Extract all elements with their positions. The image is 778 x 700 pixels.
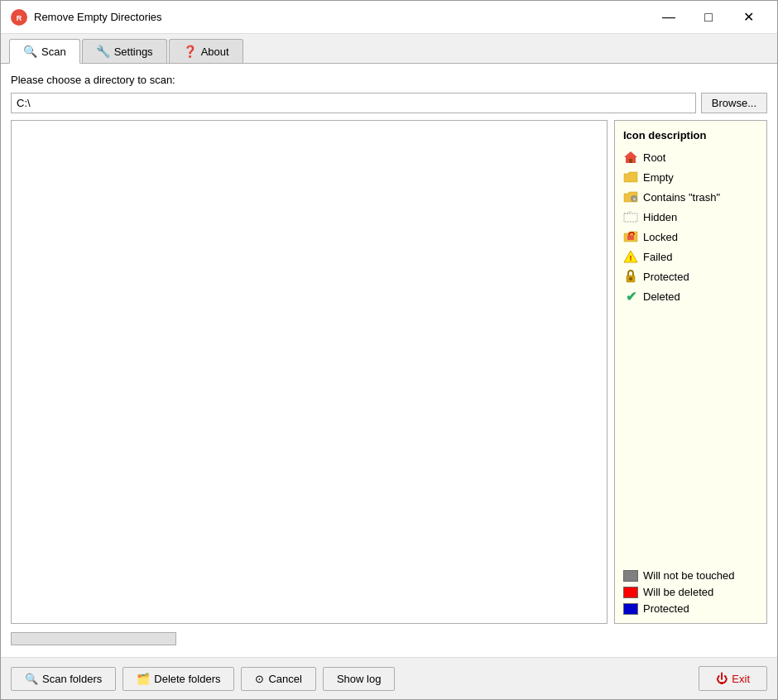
exit-icon: ⏻ bbox=[716, 672, 728, 685]
svg-rect-3 bbox=[629, 159, 632, 163]
legend-failed-label: Failed bbox=[643, 251, 672, 263]
legend-color-not-touched: Will not be touched bbox=[623, 569, 758, 582]
dir-row: Browse... bbox=[11, 93, 767, 113]
scan-tab-icon: 🔍 bbox=[23, 45, 37, 58]
legend-item-empty: Empty bbox=[623, 170, 758, 185]
legend-item-root: Root bbox=[623, 150, 758, 165]
legend-deleted-label: Deleted bbox=[643, 290, 680, 303]
directory-input[interactable] bbox=[11, 93, 696, 113]
svg-rect-7 bbox=[627, 235, 634, 240]
main-area: Icon description Root bbox=[11, 120, 767, 624]
progress-bar-row bbox=[11, 630, 767, 647]
legend-item-deleted: ✔ Deleted bbox=[623, 289, 758, 304]
scan-folders-icon: 🔍 bbox=[25, 673, 38, 685]
delete-folders-label: Delete folders bbox=[154, 673, 220, 685]
main-content: Please choose a directory to scan: Brows… bbox=[1, 64, 777, 657]
directory-tree[interactable] bbox=[11, 120, 608, 624]
legend-locked-label: Locked bbox=[643, 231, 678, 243]
empty-icon bbox=[623, 170, 638, 185]
deleted-icon: ✔ bbox=[623, 289, 638, 304]
browse-button[interactable]: Browse... bbox=[701, 93, 767, 113]
svg-text:R: R bbox=[17, 14, 22, 22]
about-tab-icon: ❓ bbox=[183, 45, 197, 58]
cancel-button[interactable]: ⊙ Cancel bbox=[241, 667, 315, 691]
settings-tab-icon: 🔧 bbox=[96, 45, 110, 58]
svg-text:✕: ✕ bbox=[632, 197, 636, 202]
maximize-button[interactable]: □ bbox=[689, 4, 728, 31]
legend-spacer bbox=[623, 309, 758, 558]
legend-item-locked: Locked bbox=[623, 229, 758, 244]
legend-color-protected: Protected bbox=[623, 602, 758, 615]
show-log-button[interactable]: Show log bbox=[323, 667, 395, 691]
legend-root-label: Root bbox=[643, 151, 665, 164]
titlebar: R Remove Empty Directories — □ ✕ bbox=[1, 1, 777, 34]
delete-folders-button[interactable]: 🗂️ Delete folders bbox=[122, 667, 234, 691]
tab-bar: 🔍 Scan 🔧 Settings ❓ About bbox=[1, 34, 777, 64]
cancel-label: Cancel bbox=[268, 673, 301, 685]
window-controls: — □ ✕ bbox=[650, 4, 767, 31]
legend-panel: Icon description Root bbox=[614, 120, 767, 624]
svg-rect-6 bbox=[624, 213, 637, 222]
legend-empty-label: Empty bbox=[643, 171, 674, 184]
legend-item-protected: Protected bbox=[623, 269, 758, 284]
exit-button[interactable]: ⏻ Exit bbox=[699, 666, 767, 691]
will-delete-color-box bbox=[623, 587, 638, 598]
show-log-label: Show log bbox=[337, 673, 381, 685]
close-button[interactable]: ✕ bbox=[729, 4, 767, 31]
legend-color-section: Will not be touched Will be deleted Prot… bbox=[623, 569, 758, 615]
legend-title: Icon description bbox=[623, 129, 758, 141]
scan-tab-label: Scan bbox=[41, 46, 66, 58]
protected-color-label: Protected bbox=[643, 602, 689, 615]
tab-settings[interactable]: 🔧 Settings bbox=[82, 39, 167, 63]
about-tab-label: About bbox=[201, 46, 229, 58]
protected-icon bbox=[623, 269, 638, 284]
failed-icon: ! bbox=[623, 249, 638, 264]
scan-folders-label: Scan folders bbox=[42, 673, 102, 685]
svg-text:!: ! bbox=[630, 254, 632, 262]
exit-label: Exit bbox=[732, 673, 750, 685]
delete-folders-icon: 🗂️ bbox=[137, 673, 150, 685]
legend-trash-label: Contains "trash" bbox=[643, 191, 720, 204]
progress-track bbox=[11, 632, 176, 645]
legend-protected-label: Protected bbox=[643, 271, 689, 283]
minimize-button[interactable]: — bbox=[650, 4, 688, 31]
locked-icon bbox=[623, 229, 638, 244]
root-icon bbox=[623, 150, 638, 165]
will-delete-label: Will be deleted bbox=[643, 586, 713, 598]
window-title: Remove Empty Directories bbox=[34, 11, 650, 23]
not-touched-color-box bbox=[623, 570, 638, 582]
bottom-bar: 🔍 Scan folders 🗂️ Delete folders ⊙ Cance… bbox=[1, 657, 777, 699]
scan-folders-button[interactable]: 🔍 Scan folders bbox=[11, 667, 116, 691]
legend-item-trash: ✕ Contains "trash" bbox=[623, 189, 758, 204]
cancel-icon: ⊙ bbox=[255, 673, 264, 685]
svg-point-11 bbox=[629, 277, 632, 280]
dir-label: Please choose a directory to scan: bbox=[11, 74, 767, 86]
main-window: R Remove Empty Directories — □ ✕ 🔍 Scan … bbox=[0, 0, 778, 700]
app-icon: R bbox=[11, 9, 27, 26]
hidden-icon bbox=[623, 209, 638, 224]
protected-color-box bbox=[623, 603, 638, 615]
not-touched-label: Will not be touched bbox=[643, 569, 735, 582]
trash-icon: ✕ bbox=[623, 189, 638, 204]
tab-about[interactable]: ❓ About bbox=[169, 39, 243, 63]
tab-scan[interactable]: 🔍 Scan bbox=[9, 39, 80, 64]
settings-tab-label: Settings bbox=[114, 46, 153, 58]
legend-color-will-delete: Will be deleted bbox=[623, 586, 758, 598]
legend-hidden-label: Hidden bbox=[643, 211, 677, 223]
legend-item-failed: ! Failed bbox=[623, 249, 758, 264]
legend-item-hidden: Hidden bbox=[623, 209, 758, 224]
